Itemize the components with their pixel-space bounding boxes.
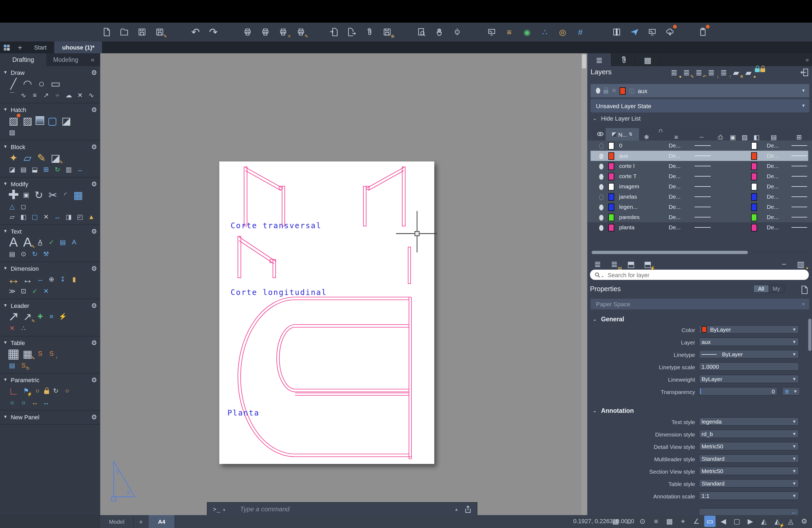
make-block-icon[interactable]: ⊞ (42, 165, 50, 174)
layer-vp-linetype[interactable]: De... (767, 203, 779, 210)
collapse-list-icon[interactable]: − (778, 258, 790, 270)
multiline-icon[interactable]: ≡ (30, 90, 39, 100)
layout-manager-icon[interactable]: # (575, 26, 586, 38)
tab-start[interactable]: Start (26, 42, 55, 53)
layer-linetype[interactable]: De... (669, 173, 681, 179)
palette-collapse-button[interactable]: « (85, 53, 100, 66)
settings-icon[interactable]: ⚙ (799, 516, 810, 527)
layer-color-swatch[interactable] (608, 224, 614, 231)
table-cell-style-icon[interactable]: ▤ (8, 361, 17, 370)
layer-lineweight-line[interactable] (695, 217, 711, 217)
copy-icon[interactable]: ▣ (21, 190, 31, 199)
list-columns-icon[interactable]: ▥ (795, 258, 807, 270)
layer-freeze-icon[interactable]: ▰ (730, 66, 742, 78)
text-update-icon[interactable]: ↻ (30, 249, 39, 258)
tab-layers-palette[interactable]: ≣ (587, 53, 612, 66)
layer-lineweight-line[interactable] (695, 155, 711, 156)
drawing-compare-icon[interactable] (610, 26, 622, 38)
data-export-icon[interactable]: S (47, 349, 56, 358)
transparency-display-icon[interactable]: ▩ (664, 516, 675, 527)
annotation-section-header[interactable]: ⌄ Annotation (593, 407, 634, 414)
circle-icon[interactable]: ○ (35, 77, 47, 89)
layer-row-legen-[interactable]: legen...De...De... (591, 202, 808, 212)
layer-row-imagem[interactable]: imagemDe...De... (591, 181, 808, 192)
tool-tag-icon[interactable]: ◪ (60, 115, 72, 126)
dimension-break-icon[interactable]: ↧ (58, 275, 67, 284)
layer-vp-linetype[interactable]: De... (767, 163, 779, 169)
prop-field-layer[interactable]: aux▼ (699, 337, 799, 346)
gear-icon[interactable]: ⚙ (91, 376, 97, 383)
layer-lock-icon[interactable] (755, 69, 760, 72)
annotation-scale-icon[interactable]: ◬ (785, 516, 796, 527)
layer-vp-color-swatch[interactable] (751, 163, 757, 170)
align-leaders-icon[interactable]: ≡ (47, 312, 56, 321)
arc-icon[interactable]: ◠ (21, 77, 33, 89)
vp-freeze-column-icon[interactable]: ▣ (730, 134, 736, 141)
add-layout-button[interactable]: + (133, 515, 149, 528)
layer-row-paredes[interactable]: paredesDe...De... (591, 212, 808, 222)
layer-row-corte-T[interactable]: corte TDe...De... (591, 171, 808, 181)
hatch-icon[interactable]: ▨ (8, 115, 19, 126)
trim-icon[interactable]: ✂ (47, 189, 59, 201)
remove-leader-icon[interactable]: ✕ (8, 323, 17, 333)
visibility-column-icon[interactable] (596, 130, 604, 139)
prop-field-transparency[interactable]: 0 (699, 387, 778, 396)
section-collapse-icon[interactable]: ▼ (3, 107, 8, 112)
prop-field-linetype[interactable]: ByLayer▼ (699, 350, 799, 359)
snap-angle-icon[interactable]: ∠ (691, 516, 702, 527)
action-recorder-icon[interactable] (697, 26, 709, 38)
layer-off-icon[interactable]: ▰ (742, 66, 754, 78)
rotate-icon[interactable]: ↻ (33, 189, 45, 201)
save-icon[interactable] (136, 26, 148, 38)
layer-linetype[interactable]: De... (669, 142, 681, 149)
canvas-scrollbar-thumb[interactable] (582, 54, 586, 69)
grid-display-icon[interactable]: ▦ (610, 516, 621, 527)
find-text-icon[interactable]: ⊙ (19, 249, 28, 258)
constraint-bar-icon[interactable]: ○ (62, 386, 72, 395)
layer-visibility-icon[interactable] (599, 194, 604, 200)
tag-icon[interactable]: ◪ (8, 165, 17, 174)
panel-scrollbar-thumb[interactable] (808, 319, 811, 351)
pdf-text-settings-icon[interactable]: ⚒ (42, 249, 50, 258)
section-collapse-icon[interactable]: ▼ (3, 414, 8, 419)
polar-tracking-icon[interactable]: ⊙ (637, 516, 648, 527)
insert-block-icon[interactable]: ✦ (8, 152, 19, 164)
layer-vp-color-swatch[interactable] (751, 203, 757, 211)
layer-unisolate-icon[interactable]: ≣ (718, 66, 729, 78)
layer-group-icon[interactable]: ⬒ (625, 258, 637, 270)
prop-field-text-style[interactable]: legenda▼ (699, 417, 799, 426)
layer-state-dropdown[interactable]: Unsaved Layer State ▼ (590, 99, 810, 113)
layer-previous-icon[interactable]: ≣ (693, 66, 705, 78)
polyline-icon[interactable]: ∿ (19, 90, 28, 100)
edit-attribute-icon[interactable]: ◪ (49, 152, 61, 164)
point-style-icon[interactable]: ∴ (539, 26, 551, 38)
layer-color-swatch[interactable] (608, 173, 614, 180)
batch-plot-icon[interactable] (277, 26, 289, 38)
undo-icon[interactable]: ↶ (190, 26, 202, 38)
search-input[interactable] (606, 271, 804, 278)
general-section-header[interactable]: ⌄ General (593, 316, 624, 322)
layer-visibility-icon[interactable] (599, 163, 604, 169)
layout-tab-a4[interactable]: A4 (149, 515, 175, 528)
text-edit-icon[interactable]: A (21, 236, 33, 248)
layer-vp-linetype[interactable]: De... (767, 152, 779, 159)
object-snap-icon[interactable]: ⌖ (677, 516, 688, 527)
layer-vp-linetype[interactable]: De... (767, 214, 779, 220)
attribute-order-icon[interactable]: ▥ (64, 165, 73, 174)
gear-icon[interactable]: ⚙ (91, 227, 97, 235)
layer-linetype[interactable]: De... (669, 224, 681, 230)
layer-lineweight-line[interactable] (695, 166, 711, 166)
spell-check-icon[interactable]: ✓ (47, 238, 56, 247)
dimensional-lock-icon[interactable] (44, 390, 49, 394)
layer-vp-color-swatch[interactable] (751, 214, 757, 221)
text-height-field-clipped[interactable]: ↔ (699, 508, 799, 515)
layer-color-swatch[interactable] (608, 142, 614, 150)
section-collapse-icon[interactable]: ▼ (3, 340, 8, 345)
layer-row-corte-l[interactable]: corte lDe...De... (591, 161, 808, 171)
layer-isolate-icon[interactable]: ≣ (705, 66, 717, 78)
viewport-move-icon[interactable]: ◨ (64, 212, 73, 221)
layer-lineweight-line[interactable] (695, 227, 711, 228)
thickness-icon[interactable]: ▮ (70, 275, 79, 284)
dim-show-icon[interactable]: ↔ (30, 398, 39, 407)
export-icon[interactable] (345, 26, 357, 38)
